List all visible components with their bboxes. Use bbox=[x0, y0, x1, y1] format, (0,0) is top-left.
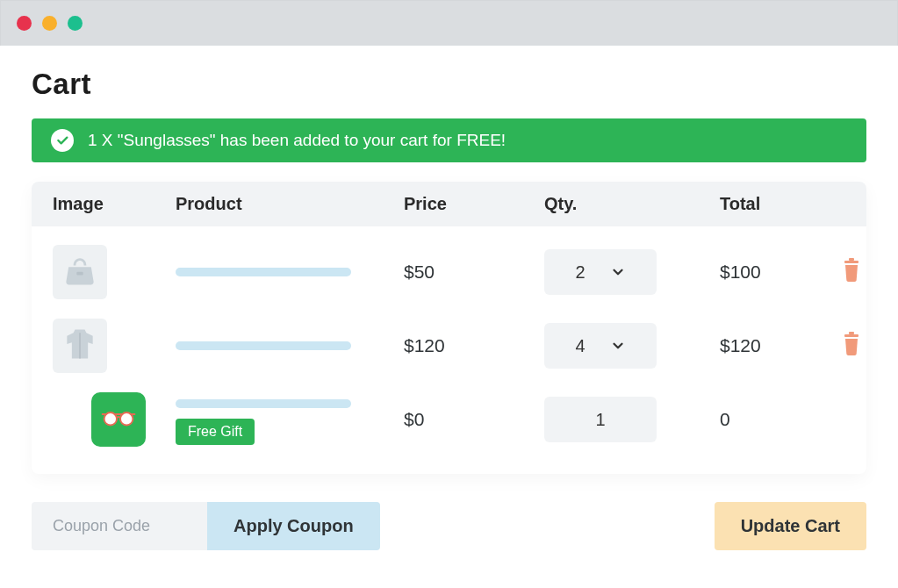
update-cart-button[interactable]: Update Cart bbox=[715, 502, 866, 550]
qty-value: 4 bbox=[575, 336, 585, 356]
traffic-light-minimize-icon[interactable] bbox=[42, 16, 57, 31]
qty-value: 2 bbox=[575, 262, 585, 283]
cart-row: Free Gift $0 1 0 bbox=[53, 383, 845, 456]
row-total: $120 bbox=[720, 335, 825, 356]
qty-value: 1 bbox=[595, 410, 605, 430]
svg-point-6 bbox=[120, 412, 133, 425]
row-price: $50 bbox=[404, 262, 544, 283]
svg-rect-1 bbox=[844, 261, 858, 263]
product-thumb-sunglasses bbox=[91, 392, 146, 447]
svg-rect-4 bbox=[849, 332, 854, 334]
col-price: Price bbox=[404, 194, 544, 214]
product-name-placeholder bbox=[176, 268, 351, 276]
svg-rect-2 bbox=[849, 258, 854, 261]
qty-select[interactable]: 4 bbox=[544, 323, 657, 369]
cart-row: $50 2 $100 bbox=[53, 235, 845, 309]
qty-select[interactable]: 2 bbox=[544, 249, 657, 295]
cart-row: $120 4 $120 bbox=[53, 309, 845, 383]
trash-icon bbox=[841, 258, 862, 287]
product-thumb-jacket bbox=[53, 319, 107, 373]
jacket-icon bbox=[61, 325, 99, 368]
cart-alert: 1 X "Sunglasses" has been added to your … bbox=[32, 118, 866, 162]
row-total: 0 bbox=[720, 409, 825, 430]
chevron-down-icon bbox=[610, 338, 626, 354]
svg-rect-3 bbox=[844, 334, 858, 337]
cart-table: Image Product Price Qty. Total $50 bbox=[32, 182, 866, 474]
row-total: $100 bbox=[720, 262, 825, 283]
row-price: $0 bbox=[404, 409, 544, 430]
delete-row-button[interactable] bbox=[825, 332, 866, 361]
apply-coupon-button[interactable]: Apply Coupon bbox=[207, 502, 380, 550]
product-name-placeholder bbox=[176, 341, 351, 350]
trash-icon bbox=[841, 332, 862, 361]
qty-fixed: 1 bbox=[544, 397, 657, 442]
sunglasses-icon bbox=[100, 406, 137, 434]
free-gift-badge: Free Gift bbox=[176, 419, 255, 445]
traffic-light-zoom-icon[interactable] bbox=[68, 16, 83, 31]
col-image: Image bbox=[53, 194, 176, 214]
coupon-group: Coupon Code Apply Coupon bbox=[32, 502, 380, 550]
product-thumb-handbag bbox=[53, 245, 107, 299]
check-circle-icon bbox=[51, 129, 74, 152]
window-titlebar bbox=[0, 0, 898, 46]
product-name-placeholder bbox=[176, 399, 351, 408]
traffic-light-close-icon[interactable] bbox=[17, 16, 32, 31]
coupon-code-input[interactable]: Coupon Code bbox=[32, 502, 207, 550]
col-qty: Qty. bbox=[544, 194, 720, 214]
col-product: Product bbox=[176, 194, 404, 214]
svg-point-5 bbox=[104, 412, 117, 425]
svg-rect-0 bbox=[76, 271, 83, 275]
col-total: Total bbox=[720, 194, 825, 214]
handbag-icon bbox=[61, 251, 99, 294]
row-price: $120 bbox=[404, 335, 544, 356]
chevron-down-icon bbox=[610, 264, 626, 280]
page-title: Cart bbox=[32, 68, 866, 101]
cart-table-header: Image Product Price Qty. Total bbox=[32, 182, 866, 226]
delete-row-button[interactable] bbox=[825, 258, 866, 287]
cart-alert-text: 1 X "Sunglasses" has been added to your … bbox=[88, 131, 506, 150]
